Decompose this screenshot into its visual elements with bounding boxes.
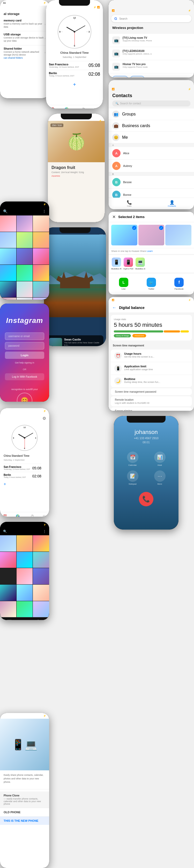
password-section[interactable]: Screen time management password bbox=[111, 388, 192, 395]
tab-worldclock-2[interactable]: 🌍 World Clock bbox=[13, 514, 23, 517]
heat-action[interactable]: 📊 Heat bbox=[154, 452, 166, 466]
tab-alarm-2[interactable]: ⏰ Alarm bbox=[3, 514, 7, 517]
search-icon[interactable]: 🔍 bbox=[3, 209, 7, 213]
usage-hours-item[interactable]: ⏰ Usage hours Set the time the screen is… bbox=[111, 349, 192, 362]
contact-aubrey[interactable]: A Aubrey bbox=[109, 160, 194, 172]
close-icon[interactable]: ✕ bbox=[112, 214, 116, 219]
menu-icon[interactable]: ⋮ bbox=[43, 209, 46, 213]
contact-alice[interactable]: A Alice bbox=[109, 147, 194, 160]
gallery-cell2-13[interactable] bbox=[0, 601, 16, 617]
bessie-name: Bessie bbox=[123, 181, 132, 184]
gallery-cell-14[interactable] bbox=[17, 281, 33, 298]
share-app-line[interactable]: L Line bbox=[113, 276, 134, 292]
help-button[interactable]: HELP bbox=[112, 76, 128, 78]
gallery-cell2-4[interactable] bbox=[0, 552, 16, 568]
gallery-cell2-1[interactable] bbox=[0, 535, 16, 552]
gallery-cell-8[interactable] bbox=[17, 248, 33, 265]
tab-stopwatch-2[interactable]: ⏱ Stopwatch bbox=[28, 514, 36, 517]
gallery-cell2-12[interactable] bbox=[33, 585, 49, 601]
tab-calls[interactable]: 📞 Calls bbox=[127, 200, 132, 207]
share-app-nfc[interactable]: NFC NFC bbox=[113, 294, 134, 294]
share-app-pinterest[interactable]: P Pinterest bbox=[141, 294, 162, 294]
gallery-cell2-15[interactable] bbox=[33, 601, 49, 617]
share-device-3[interactable]: 💻 MuteBox 8 bbox=[135, 257, 145, 270]
tab-worldclock[interactable]: 🌍 World Clock bbox=[61, 107, 72, 108]
gallery-cell-2[interactable] bbox=[17, 215, 33, 232]
tab-contacts[interactable]: 👤 Contacts bbox=[168, 200, 176, 207]
share-to-label: Share in one tap to Huawei Share Learn bbox=[109, 248, 194, 254]
notepad-icon: 📝 bbox=[127, 470, 138, 482]
learn-more-link[interactable]: Learn bbox=[147, 250, 153, 252]
tab-timer-2[interactable]: ⏲ Timer bbox=[42, 514, 47, 517]
share-app-twitter[interactable]: 🐦 Twitter bbox=[141, 276, 162, 292]
discover-icon-2[interactable]: 🔭 bbox=[37, 619, 41, 620]
google-search-bar[interactable]: G Search bbox=[111, 15, 191, 22]
tab-alarm[interactable]: ⏰ Alarm bbox=[49, 107, 55, 108]
business-cards-item[interactable]: 💼 Business cards bbox=[109, 120, 194, 132]
gallery-cell2-9[interactable] bbox=[33, 568, 49, 584]
contacts-search-bar[interactable]: 🔍 Search for contact bbox=[112, 100, 190, 106]
albums-icon-2[interactable]: 📁 bbox=[22, 619, 26, 620]
notepad-action[interactable]: 📝 Notepad bbox=[127, 470, 138, 485]
heat-icon: 📊 bbox=[154, 452, 166, 463]
username-input[interactable]: username or email bbox=[5, 333, 44, 340]
forgot-link[interactable]: Get help signing in bbox=[15, 362, 34, 364]
tab-timer[interactable]: ⏲ Timer bbox=[94, 107, 100, 108]
gallery-cell-7[interactable] bbox=[0, 248, 16, 265]
app-limit-item[interactable]: 📱 Application limit Limit application us… bbox=[111, 362, 192, 375]
gallery-cell2-5[interactable] bbox=[17, 552, 33, 568]
share-photo-1[interactable]: ✓ bbox=[111, 225, 137, 245]
gallery-cell-4[interactable] bbox=[0, 232, 16, 248]
gallery-cell-11[interactable] bbox=[17, 265, 33, 281]
calendar-action[interactable]: 📅 Calendar bbox=[127, 452, 138, 466]
gallery-cell2-14[interactable] bbox=[17, 601, 33, 617]
back-button[interactable]: ← bbox=[112, 305, 116, 310]
share-device-1[interactable]: 📱 MuteBox R bbox=[111, 257, 121, 270]
remote-section[interactable]: Remote location Log in with student is H… bbox=[111, 396, 192, 406]
password-input[interactable]: password bbox=[5, 342, 44, 349]
gallery-cell-1[interactable] bbox=[0, 215, 16, 232]
gallery-cell-17[interactable] bbox=[17, 298, 33, 300]
heat-label: Heat bbox=[154, 464, 166, 466]
search-icon-2[interactable]: 🔍 bbox=[3, 530, 7, 533]
gallery-cell-10[interactable] bbox=[0, 265, 16, 281]
settings-icon[interactable]: ⚙ bbox=[39, 414, 49, 423]
share-device-2[interactable]: 📱 Kyle's P20 bbox=[123, 257, 134, 270]
facebook-login-button[interactable]: Log In With Facebook bbox=[5, 373, 44, 380]
share-photo-3[interactable] bbox=[165, 225, 191, 245]
groups-item[interactable]: 👥 Groups bbox=[109, 108, 194, 120]
gallery-cell2-11[interactable] bbox=[17, 585, 33, 601]
me-item[interactable]: 😊 Me bbox=[109, 132, 194, 144]
more-action[interactable]: ⋯ More bbox=[154, 470, 166, 485]
add-city-button-2[interactable]: + bbox=[4, 480, 46, 489]
wireless-device-3[interactable]: 📺 Hismar TV box pro Only supports Phone … bbox=[109, 60, 194, 73]
gallery-cell2-7[interactable] bbox=[0, 568, 16, 584]
wireless-device-2[interactable]: 📺 [TV] LED8SG9100 Only supports picture,… bbox=[109, 47, 194, 60]
gallery-cell-15[interactable] bbox=[33, 281, 49, 298]
add-city-button[interactable]: + bbox=[70, 79, 79, 91]
gallery-cell2-8[interactable] bbox=[17, 568, 33, 584]
gallery-cell-9[interactable] bbox=[33, 248, 49, 265]
gallery-cell-13[interactable] bbox=[0, 281, 16, 298]
gallery-cell-5[interactable] bbox=[17, 232, 33, 248]
shared-folder-link[interactable]: can shared folders bbox=[4, 57, 46, 59]
share-app-facebook[interactable]: f Facebook bbox=[169, 276, 190, 292]
bedtime-item[interactable]: 🌙 Bedtime During sleep time, the screen … bbox=[111, 375, 192, 387]
gallery-cell2-3[interactable] bbox=[33, 535, 49, 552]
login-button[interactable]: Login bbox=[5, 351, 44, 359]
gallery-cell-16[interactable] bbox=[0, 298, 16, 300]
share-photo-2[interactable]: ✓ bbox=[138, 225, 165, 245]
end-call-button[interactable]: 📞 bbox=[139, 492, 154, 506]
contact-bessie[interactable]: B Bessie bbox=[109, 176, 194, 189]
pin-section[interactable]: Screen pinning bbox=[111, 407, 192, 411]
photos-icon-2[interactable]: 🖼 bbox=[7, 619, 11, 620]
gallery-cell2-10[interactable] bbox=[0, 585, 16, 601]
wireless-device-1[interactable]: 📺 [TV] Living room TV Supports Desktop m… bbox=[109, 34, 194, 47]
share-app-firefox[interactable]: 🦊 Firefox bbox=[169, 294, 190, 294]
gallery-cell2-2[interactable] bbox=[17, 535, 33, 552]
tab-stopwatch[interactable]: ⏱ Stopwatch bbox=[78, 107, 88, 108]
menu-icon-2[interactable]: ⋮ bbox=[43, 530, 46, 533]
gallery-cell2-6[interactable] bbox=[33, 552, 49, 568]
cancel-button[interactable]: CA... bbox=[130, 76, 145, 78]
gallery-cell-12[interactable] bbox=[33, 265, 49, 281]
